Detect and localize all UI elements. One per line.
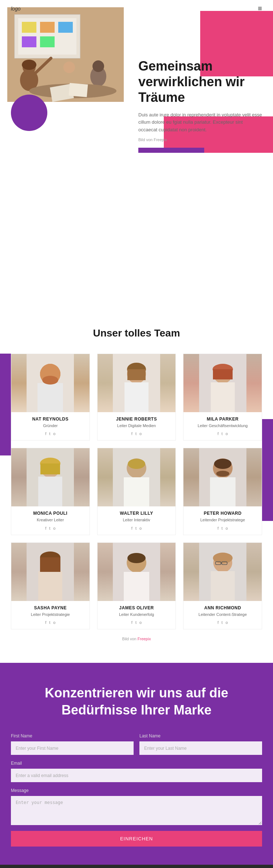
facebook-icon[interactable]: f xyxy=(45,431,46,436)
team-card: SASHA PAYNE Leiter Projektstrategie f t … xyxy=(11,542,90,629)
cta-title: Konzentrieren wir uns auf die Bedürfniss… xyxy=(11,685,262,719)
message-group: Message xyxy=(11,788,262,825)
team-member-role: Gründer xyxy=(14,423,87,429)
team-card-info: PETER HOWARD Leitender Projektstratege f… xyxy=(183,506,262,534)
team-card: JAMES OLIVER Leiter Kundenerfolg f t o xyxy=(97,542,176,629)
twitter-icon[interactable]: t xyxy=(49,620,50,625)
svg-rect-55 xyxy=(124,572,149,601)
team-member-name: WALTER LILLY xyxy=(100,511,173,516)
team-member-role: Leitender Projektstratege xyxy=(186,517,259,523)
last-name-group: Last Name xyxy=(139,733,262,755)
hero-title: Gemeinsam verwirklichen wir Träume xyxy=(138,58,262,105)
team-card-info: MILA PARKER Leiter Geschäftsentwicklung … xyxy=(183,412,262,440)
freepix-link[interactable]: Freepix xyxy=(138,637,151,641)
twitter-icon[interactable]: t xyxy=(222,431,223,436)
twitter-icon[interactable]: t xyxy=(49,431,50,436)
svg-rect-21 xyxy=(37,383,63,412)
svg-point-46 xyxy=(214,459,232,469)
message-label: Message xyxy=(11,788,262,793)
team-member-socials: f t o xyxy=(14,526,87,530)
instagram-icon[interactable]: o xyxy=(226,620,228,625)
svg-rect-28 xyxy=(127,369,146,380)
team-photo xyxy=(183,354,262,412)
instagram-icon[interactable]: o xyxy=(53,620,55,625)
svg-rect-6 xyxy=(22,36,36,47)
svg-rect-3 xyxy=(22,22,36,33)
last-name-input[interactable] xyxy=(139,741,262,755)
facebook-icon[interactable]: f xyxy=(218,526,219,530)
first-name-group: First Name xyxy=(11,733,134,755)
message-input[interactable] xyxy=(11,796,262,825)
team-photo xyxy=(11,448,90,506)
team-card: NAT REYNOLDS Gründer f t o xyxy=(11,354,90,441)
team-card-info: ANN RICHMOND Leitender Content-Stratege … xyxy=(183,601,262,629)
team-card-info: JENNIE ROBERTS Leiter Digitale Medien f … xyxy=(98,412,176,440)
first-name-label: First Name xyxy=(11,733,134,738)
team-member-socials: f t o xyxy=(14,431,87,436)
instagram-icon[interactable]: o xyxy=(226,431,228,436)
team-photo xyxy=(98,354,176,412)
instagram-icon[interactable]: o xyxy=(139,526,142,530)
svg-rect-26 xyxy=(124,382,149,412)
svg-point-42 xyxy=(128,459,145,469)
logo: logo xyxy=(11,6,20,12)
facebook-icon[interactable]: f xyxy=(218,431,219,436)
team-card-info: MONICA POULI Kreativer Leiter f t o xyxy=(11,506,90,534)
facebook-icon[interactable]: f xyxy=(218,620,219,625)
facebook-icon[interactable]: f xyxy=(45,620,46,625)
svg-rect-7 xyxy=(40,36,55,47)
facebook-icon[interactable]: f xyxy=(131,431,132,436)
submit-button[interactable]: EINREICHEN xyxy=(11,831,262,847)
email-label: Email xyxy=(11,761,262,766)
team-photo xyxy=(183,543,262,601)
team-photo xyxy=(183,448,262,506)
team-member-name: NAT REYNOLDS xyxy=(14,417,87,422)
twitter-icon[interactable]: t xyxy=(135,431,136,436)
team-member-name: PETER HOWARD xyxy=(186,511,259,516)
svg-rect-5 xyxy=(58,22,73,33)
hero-button[interactable]: ERFAHREN SIE MEHR xyxy=(138,148,204,153)
first-name-input[interactable] xyxy=(11,741,134,755)
hero-credit: Bild von Freepix xyxy=(138,138,262,142)
facebook-icon[interactable]: f xyxy=(131,620,132,625)
form-name-row: First Name Last Name xyxy=(11,733,262,755)
email-input[interactable] xyxy=(11,769,262,782)
footer: Sample text. Click to select the text bo… xyxy=(0,865,273,868)
team-card-info: SASHA PAYNE Leiter Projektstrategie f t … xyxy=(11,601,90,629)
svg-rect-45 xyxy=(210,477,236,506)
svg-rect-36 xyxy=(38,477,62,506)
team-card-info: JAMES OLIVER Leiter Kundenerfolg f t o xyxy=(98,601,176,629)
hero-circle xyxy=(11,95,47,131)
team-member-name: JAMES OLIVER xyxy=(100,605,173,610)
team-member-socials: f t o xyxy=(186,526,259,530)
twitter-icon[interactable]: t xyxy=(222,526,223,530)
team-member-name: MONICA POULI xyxy=(14,511,87,516)
twitter-icon[interactable]: t xyxy=(135,526,136,530)
menu-icon[interactable]: ≡ xyxy=(258,4,262,13)
instagram-icon[interactable]: o xyxy=(53,431,55,436)
svg-rect-31 xyxy=(211,382,235,412)
twitter-icon[interactable]: t xyxy=(222,620,223,625)
instagram-icon[interactable]: o xyxy=(139,431,142,436)
team-member-socials: f t o xyxy=(186,431,259,436)
instagram-icon[interactable]: o xyxy=(139,620,142,625)
facebook-icon[interactable]: f xyxy=(45,526,46,530)
svg-rect-38 xyxy=(40,463,60,474)
team-card: MILA PARKER Leiter Geschäftsentwicklung … xyxy=(183,354,262,441)
hero-description: Duis aute irure dolor in reprehenderit i… xyxy=(138,111,262,134)
svg-rect-18 xyxy=(69,83,88,97)
instagram-icon[interactable]: o xyxy=(53,526,55,530)
twitter-icon[interactable]: t xyxy=(135,620,136,625)
team-member-role: Leiter Digitale Medien xyxy=(100,423,173,429)
facebook-icon[interactable]: f xyxy=(131,526,132,530)
team-member-name: SASHA PAYNE xyxy=(14,605,87,610)
instagram-icon[interactable]: o xyxy=(226,526,228,530)
team-member-role: Leitender Content-Stratege xyxy=(186,612,259,617)
team-member-name: ANN RICHMOND xyxy=(186,605,259,610)
email-group: Email xyxy=(11,761,262,782)
hero-section: Gemeinsam verwirklichen wir Träume Duis … xyxy=(0,0,273,153)
svg-rect-4 xyxy=(40,22,55,33)
team-card: WALTER LILLY Leiter Interaktiv f t o xyxy=(97,448,176,535)
team-card: ANN RICHMOND Leitender Content-Stratege … xyxy=(183,542,262,629)
twitter-icon[interactable]: t xyxy=(49,526,50,530)
